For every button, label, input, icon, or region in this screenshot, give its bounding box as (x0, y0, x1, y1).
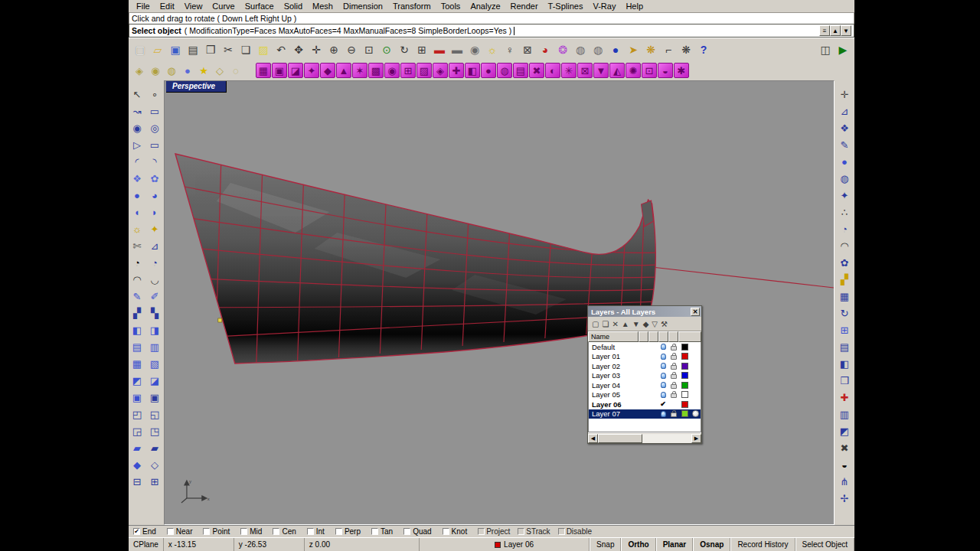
ts-icon[interactable]: ✚ (449, 63, 464, 78)
arc-icon[interactable]: ◜ (129, 154, 145, 170)
checkbox-point[interactable] (203, 528, 210, 535)
pie-icon[interactable]: ◔ (837, 221, 853, 236)
sphere-gray2-icon[interactable]: ◍ (590, 41, 606, 58)
osnap-knot[interactable]: Knot (443, 527, 468, 536)
solid-icon[interactable]: ◕ (147, 187, 163, 204)
lightbulb-icon[interactable] (661, 363, 666, 369)
menu-item-tsplines[interactable]: T-Splines (544, 1, 588, 11)
viewport-title[interactable]: Perspective (166, 81, 227, 93)
point-cloud-icon[interactable]: ∴ (837, 204, 853, 220)
delete-layer-icon[interactable]: ✕ (612, 320, 618, 328)
color-slot[interactable] (679, 344, 690, 350)
color-slot[interactable] (679, 382, 690, 389)
tool-icon[interactable]: ★ (196, 63, 211, 78)
arc2-icon[interactable]: ◝ (147, 154, 163, 170)
ts-icon[interactable]: ✱ (674, 63, 689, 78)
points-icon[interactable]: ❖ (129, 171, 145, 187)
visibility-slot[interactable] (658, 411, 668, 417)
scroll-grip-icon[interactable]: ≡ (819, 25, 830, 36)
status-pane-osnap[interactable]: Osnap (693, 538, 730, 551)
sphere-gray-icon[interactable]: ◍ (572, 41, 589, 58)
command-prompt[interactable]: Select object ( ModificationType=Faces M… (129, 24, 854, 37)
ellipse-icon[interactable]: ◎ (147, 120, 163, 136)
scroll-down-icon[interactable]: ▼ (841, 25, 851, 36)
color-slot[interactable] (679, 401, 690, 408)
rectangle-icon[interactable]: ▭ (147, 103, 163, 119)
ball-icon[interactable]: ◒ (837, 457, 853, 472)
play-icon[interactable]: ▶ (835, 41, 851, 58)
twist-icon[interactable]: ◇ (147, 457, 163, 473)
array-icon[interactable]: ◰ (129, 406, 145, 422)
lightbulb-icon[interactable]: ♀ (501, 41, 518, 58)
checkbox-strack[interactable] (518, 528, 524, 535)
osnap-near[interactable]: Near (167, 527, 193, 536)
color-slot[interactable] (679, 353, 690, 360)
layers-panel[interactable]: Layers - All Layers ✕ ▢❏✕▲▼◆▽⚒ Name Defa… (587, 305, 702, 444)
menu-item-vray[interactable]: V-Ray (588, 1, 620, 11)
network-icon[interactable]: ▦ (129, 356, 145, 372)
menu-item-dimension[interactable]: Dimension (338, 1, 387, 11)
status-pane-record-history[interactable]: Record History (730, 538, 795, 551)
move-down-icon[interactable]: ▼ (632, 320, 640, 328)
status-pane-ortho[interactable]: Ortho (621, 538, 655, 551)
flow-icon[interactable]: ⊟ (129, 474, 145, 490)
layer-row[interactable]: Layer 02 (589, 361, 701, 371)
circle-icon[interactable]: ◉ (129, 120, 145, 136)
cap-icon[interactable]: ▣ (129, 390, 145, 406)
cage-icon[interactable]: ◆ (129, 457, 145, 473)
group-icon[interactable]: ❖ (837, 120, 853, 135)
lamp-icon[interactable]: ☼ (129, 221, 145, 237)
checkbox-disable[interactable] (558, 528, 565, 535)
cut-icon[interactable]: ✂ (220, 41, 237, 58)
array2-icon[interactable]: ◱ (147, 406, 163, 422)
tool-icon[interactable]: ◌ (228, 63, 243, 78)
menu-item-analyze[interactable]: Analyze (466, 1, 505, 11)
osnap-mode-disable[interactable]: Disable (558, 527, 592, 536)
column-header[interactable] (658, 331, 668, 342)
layer-color-swatch[interactable] (681, 372, 688, 379)
column-header[interactable] (648, 331, 658, 342)
zoom-out-icon[interactable]: ⊖ (343, 41, 360, 58)
select-icon[interactable]: ↖ (129, 86, 145, 103)
checkbox-knot[interactable] (443, 528, 449, 535)
sphere-blue-icon[interactable]: ● (607, 41, 624, 58)
trim-icon[interactable]: ✄ (129, 238, 145, 254)
status-pane-select-object[interactable]: Select Object (795, 538, 854, 551)
sweep-icon[interactable]: ▥ (147, 339, 163, 355)
column-header[interactable] (639, 331, 648, 342)
visibility-slot[interactable] (658, 344, 668, 350)
material-slot[interactable] (690, 410, 701, 417)
control-point-marker[interactable] (218, 318, 222, 322)
color-wheel-icon[interactable]: ❂ (554, 41, 571, 58)
lock-icon[interactable] (671, 393, 677, 398)
loft-icon[interactable]: ▤ (129, 339, 145, 355)
snapshot-icon[interactable]: ✦ (837, 187, 853, 203)
menu-item-solid[interactable]: Solid (279, 1, 307, 11)
lock-icon[interactable] (671, 355, 677, 360)
tool-icon[interactable]: ◍ (164, 63, 179, 78)
ts-icon[interactable]: ▨ (416, 63, 432, 78)
close-icon[interactable]: ✕ (691, 308, 700, 316)
star-icon[interactable]: ✢ (837, 491, 853, 506)
plane-icon[interactable]: ▭ (147, 137, 163, 153)
move-up-icon[interactable]: ▲ (622, 320, 629, 328)
filter-icon[interactable]: ▽ (652, 320, 658, 328)
copy-icon[interactable]: ❏ (237, 41, 254, 58)
scroll-up-icon[interactable]: ▲ (830, 25, 841, 36)
torus-icon[interactable]: ◗ (147, 204, 163, 220)
tool-icon[interactable]: ◉ (148, 63, 163, 78)
checkbox-mid[interactable] (240, 528, 247, 535)
options-icon[interactable]: ❋ (678, 41, 694, 58)
lock-slot[interactable] (668, 382, 679, 389)
save-icon[interactable]: ▣ (167, 41, 184, 58)
layers-titlebar[interactable]: Layers - All Layers ✕ (588, 306, 701, 317)
visibility-slot[interactable]: ✔ (658, 400, 668, 408)
ts-icon[interactable]: ▩ (368, 63, 384, 78)
menu-item-view[interactable]: View (180, 1, 207, 11)
visibility-slot[interactable] (658, 392, 668, 398)
lock-slot[interactable] (668, 410, 679, 417)
transform-icon[interactable]: ▰ (129, 440, 145, 456)
osnap-int[interactable]: Int (307, 527, 325, 536)
status-cplane[interactable]: CPlane (129, 538, 164, 551)
ts-icon[interactable]: ⊞ (400, 63, 416, 78)
